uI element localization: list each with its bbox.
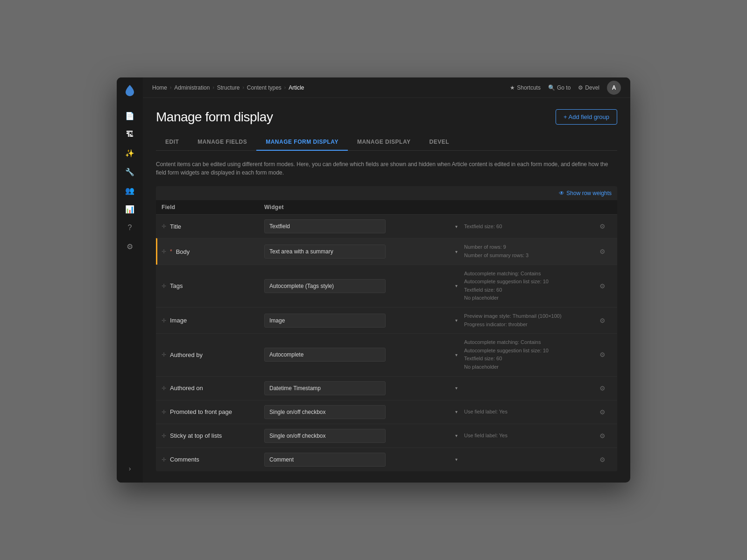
field-info-cell: Preview image style: Thumbnail (100×100)… — [462, 312, 593, 329]
breadcrumb-administration[interactable]: Administration — [174, 84, 210, 91]
devel-label: Devel — [585, 84, 599, 91]
field-label: Title — [170, 223, 181, 230]
sidebar-item-structure[interactable]: 🏗 — [121, 126, 138, 143]
widget-dropdown[interactable]: Datetime Timestamp — [264, 381, 386, 395]
drag-handle-icon[interactable]: ✛ — [162, 456, 166, 463]
info-line: Textfield size: 60 — [464, 286, 593, 294]
star-icon: ★ — [510, 84, 515, 91]
field-settings-button[interactable]: ⚙ — [593, 430, 612, 441]
tab-edit[interactable]: EDIT — [156, 134, 188, 151]
sidebar-item-people[interactable]: 👥 — [121, 182, 138, 199]
gear-small-icon: ⚙ — [578, 84, 583, 91]
table-row: ✛ Promoted to front page Single on/off c… — [156, 400, 617, 424]
field-settings-button[interactable]: ⚙ — [593, 454, 612, 465]
field-info-cell: Number of rows: 9Number of summary rows:… — [462, 243, 593, 259]
info-line: Autocomplete matching: Contains — [464, 338, 593, 347]
info-line: Progress indicator: throbber — [464, 321, 593, 329]
table-row: ✛ Comments Comment ▾ ⚙ — [156, 448, 617, 471]
breadcrumb-home[interactable]: Home — [152, 84, 167, 91]
widget-dropdown[interactable]: Autocomplete — [264, 348, 386, 362]
avatar[interactable]: A — [607, 81, 621, 95]
table-header: Field Widget — [156, 200, 617, 214]
breadcrumb: Home › Administration › Structure › Cont… — [152, 84, 304, 91]
widget-select-cell: Single on/off checkbox ▾ — [264, 405, 462, 419]
drag-handle-icon[interactable]: ✛ — [162, 385, 166, 392]
field-label: Authored by — [170, 351, 203, 358]
field-rows-container: ✛ Title Textfield ▾ Textfield size: 60 ⚙… — [156, 214, 617, 471]
widget-dropdown[interactable]: Single on/off checkbox — [264, 405, 386, 419]
drag-handle-icon[interactable]: ✛ — [162, 317, 166, 324]
drag-handle-icon[interactable]: ✛ — [162, 433, 166, 439]
sidebar-item-settings[interactable]: ⚙ — [121, 238, 138, 255]
tab-devel[interactable]: DEVEL — [420, 134, 459, 151]
breadcrumb-sep-3: › — [242, 85, 244, 90]
add-field-group-button[interactable]: + Add field group — [556, 109, 617, 125]
widget-dropdown[interactable]: Textfield — [264, 219, 386, 233]
breadcrumb-sep-1: › — [170, 85, 171, 90]
sidebar-item-reports[interactable]: 📊 — [121, 201, 138, 217]
field-name-cell: ✛ Comments — [162, 456, 264, 463]
field-name-cell: ✛ Tags — [162, 282, 264, 289]
widget-dropdown[interactable]: Autocomplete (Tags style) — [264, 279, 386, 293]
field-settings-button[interactable]: ⚙ — [593, 221, 612, 232]
drag-handle-icon[interactable]: ✛ — [162, 283, 166, 289]
goto-button[interactable]: 🔍 Go to — [548, 84, 571, 91]
shortcuts-button[interactable]: ★ Shortcuts — [510, 84, 541, 91]
tab-manage-fields[interactable]: MANAGE FIELDS — [188, 134, 256, 151]
table-row: ✛ Tags Autocomplete (Tags style) ▾ Autoc… — [156, 265, 617, 307]
breadcrumb-structure[interactable]: Structure — [217, 84, 240, 91]
drupal-logo-icon[interactable] — [122, 83, 137, 98]
shortcuts-label: Shortcuts — [517, 84, 541, 91]
tab-manage-form-display[interactable]: MANAGE FORM DISPLAY — [256, 134, 348, 151]
widget-dropdown[interactable]: Comment — [264, 453, 386, 467]
eye-icon: 👁 — [559, 190, 564, 196]
widget-dropdown[interactable]: Single on/off checkbox — [264, 429, 386, 443]
fields-header-bar: 👁 Show row weights — [156, 186, 617, 200]
field-settings-button[interactable]: ⚙ — [593, 315, 612, 326]
chevron-down-icon: ▾ — [455, 249, 458, 254]
widget-select-cell: Autocomplete ▾ — [264, 348, 462, 362]
sidebar-item-extend[interactable]: 🔧 — [121, 163, 138, 180]
page-title: Manage form display — [156, 110, 273, 125]
field-settings-button[interactable]: ⚙ — [593, 406, 612, 418]
sidebar-item-appearance[interactable]: ✨ — [121, 145, 138, 161]
info-line: Textfield size: 60 — [464, 355, 593, 363]
info-line: No placeholder — [464, 363, 593, 371]
tabs-bar: EDIT MANAGE FIELDS MANAGE FORM DISPLAY M… — [156, 134, 617, 151]
drag-handle-icon[interactable]: ✛ — [162, 223, 166, 230]
topbar: Home › Administration › Structure › Cont… — [143, 77, 630, 98]
devel-button[interactable]: ⚙ Devel — [578, 84, 599, 91]
field-name-cell: ✛ Authored by — [162, 351, 264, 358]
info-line: Autocomplete matching: Contains — [464, 270, 593, 278]
chevron-down-icon: ▾ — [455, 224, 458, 229]
chevron-down-icon: ▾ — [455, 433, 458, 438]
table-row: ✛ Sticky at top of lists Single on/off c… — [156, 424, 617, 448]
sidebar-collapse-button[interactable]: › — [121, 460, 138, 477]
field-settings-button[interactable]: ⚙ — [593, 349, 612, 360]
drag-handle-icon[interactable]: ✛ — [162, 409, 166, 415]
required-indicator: * — [170, 248, 172, 255]
widget-dropdown[interactable]: Text area with a summary — [264, 245, 386, 259]
info-line: Preview image style: Thumbnail (100×100) — [464, 312, 593, 321]
field-name-cell: ✛ Sticky at top of lists — [162, 432, 264, 439]
chevron-down-icon: ▾ — [455, 352, 458, 357]
info-line: Number of rows: 9 — [464, 243, 593, 252]
field-settings-button[interactable]: ⚙ — [593, 246, 612, 257]
widget-dropdown[interactable]: Image — [264, 314, 386, 328]
field-name-cell: ✛ Promoted to front page — [162, 408, 264, 415]
page-header: Manage form display + Add field group — [156, 109, 617, 125]
col-info-label — [462, 204, 593, 210]
field-label: Image — [170, 317, 187, 324]
drag-handle-icon[interactable]: ✛ — [162, 351, 166, 358]
field-settings-button[interactable]: ⚙ — [593, 280, 612, 292]
breadcrumb-sep-2: › — [212, 85, 214, 90]
field-label: Body — [176, 248, 190, 255]
drag-handle-icon[interactable]: ✛ — [162, 248, 166, 255]
sidebar-item-content[interactable]: 📄 — [121, 107, 138, 124]
tab-manage-display[interactable]: MANAGE DISPLAY — [348, 134, 420, 151]
sidebar-item-help[interactable]: ? — [121, 219, 138, 236]
show-row-weights-button[interactable]: 👁 Show row weights — [559, 190, 612, 196]
breadcrumb-content-types[interactable]: Content types — [247, 84, 282, 91]
main-content: Home › Administration › Structure › Cont… — [143, 77, 630, 482]
field-settings-button[interactable]: ⚙ — [593, 383, 612, 394]
